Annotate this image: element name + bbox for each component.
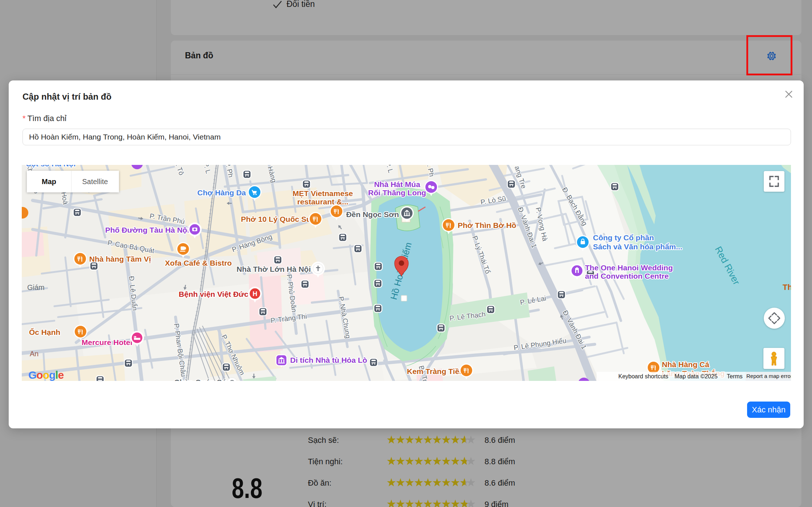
svg-text:Nhà Hát Múa: Nhà Hát Múa [374,180,420,188]
svg-text:Kem Tràng Tiền: Kem Tràng Tiền [407,367,464,375]
svg-text:Sột sồ Hà Nội: Sột sồ Hà Nội [26,165,76,168]
svg-text:and Convention Centre: and Convention Centre [585,272,669,280]
svg-text:Phở Thìn Bờ Hồ: Phở Thìn Bờ Hồ [458,221,516,229]
svg-text:Bệnh viện Việt Đức: Bệnh viện Việt Đức [179,290,249,298]
svg-text:Nhà hàng Tầm Vị: Nhà hàng Tầm Vị [89,255,151,263]
svg-text:Giám: Giám [27,283,45,291]
svg-text:restaurant &...: restaurant &... [297,198,348,206]
svg-text:Công ty Cổ phần: Công ty Cổ phần [593,233,654,242]
svg-text:Satellite: Satellite [82,178,108,186]
svg-text:Di tích Nhà tù Hỏa Lò: Di tích Nhà tù Hỏa Lò [290,356,367,364]
svg-text:Keyboard shortcuts: Keyboard shortcuts [618,373,668,379]
svg-text:Sách và Văn hóa phẩm...: Sách và Văn hóa phẩm... [593,242,682,251]
svg-text:Report a map error: Report a map error [746,373,791,379]
svg-text:Đền Ngọc Sơn: Đền Ngọc Sơn [346,210,399,219]
svg-text:Map data ©2025: Map data ©2025 [675,373,718,379]
svg-text:Chùa Quán Sứ: Chùa Quán Sứ [174,378,228,381]
svg-text:Map: Map [42,178,56,186]
svg-text:H: H [253,290,257,298]
svg-text:Nhà Hàng Cá: Nhà Hàng Cá [662,360,709,369]
svg-text:Ốc Hạnh: Ốc Hạnh [29,328,60,336]
svg-text:Th: Th [783,283,791,292]
svg-text:The One Hanoi Wedding: The One Hanoi Wedding [585,263,673,272]
svg-text:Mercure Hotel: Mercure Hotel [82,338,132,346]
svg-text:Rối Thăng Long: Rối Thăng Long [368,188,426,197]
svg-text:Chợ Hàng Da: Chợ Hàng Da [197,188,246,197]
svg-text:Xofa Café & Bistro: Xofa Café & Bistro [165,259,232,267]
svg-text:An: An [30,350,38,358]
svg-text:Google: Google [28,369,64,381]
svg-text:Nhà Thờ Lớn Hà Nội: Nhà Thờ Lớn Hà Nội [236,265,311,273]
svg-text:Terms: Terms [727,373,743,379]
svg-text:Phố Đường Tàu Hà Nội: Phố Đường Tàu Hà Nội [105,226,189,234]
svg-text:MẸT Vietnamese: MẸT Vietnamese [293,189,353,198]
svg-text:Phở 10 Lý Quốc Sư: Phở 10 Lý Quốc Sư [241,215,312,223]
